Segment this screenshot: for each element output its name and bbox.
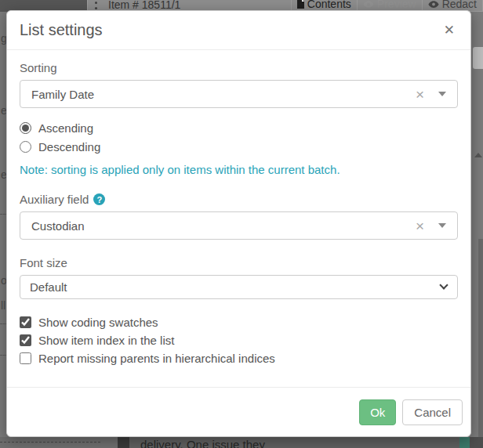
dialog-body: Sorting Family Date × Ascending Descendi… (7, 50, 470, 366)
ok-button[interactable]: Ok (359, 399, 396, 425)
dialog-header: List settings ✕ (7, 11, 470, 50)
document-icon (297, 0, 304, 9)
divider (0, 442, 100, 443)
show-coding-swatches-option[interactable]: Show coding swatches (20, 314, 458, 330)
background-swatch (118, 437, 129, 448)
caret-down-icon[interactable] (438, 92, 446, 96)
item-number-label: Item # 18511/1 (108, 0, 180, 11)
sort-direction-group: Ascending Descending (20, 120, 458, 154)
show-item-index-option[interactable]: Show item index in the list (20, 332, 458, 348)
descending-radio[interactable] (20, 141, 31, 153)
background-bottom-strip: delivery. One issue they (0, 437, 483, 448)
cancel-button[interactable]: Cancel (402, 399, 463, 425)
tab-label: Redact (442, 0, 477, 10)
clipped-text-fragment: g (1, 32, 6, 45)
eye-icon (428, 0, 439, 9)
clipped-document-text: delivery. One issue they (140, 438, 265, 448)
auxiliary-dropdown-value: Custodian (31, 219, 416, 233)
show-coding-swatches-checkbox[interactable] (20, 316, 31, 328)
ascending-label[interactable]: Ascending (38, 121, 93, 135)
clipped-text-fragment: e (1, 168, 6, 181)
show-item-index-label[interactable]: Show item index in the list (38, 334, 174, 347)
divider (0, 214, 6, 215)
sorting-note: Note: sorting is applied only on items w… (20, 163, 458, 176)
divider (0, 355, 6, 356)
background-document-area: delivery. One issue they (129, 437, 459, 448)
background-panel-edge (473, 47, 483, 69)
close-icon[interactable]: ✕ (444, 23, 455, 37)
background-highlight-bar (459, 437, 470, 448)
show-coding-swatches-label[interactable]: Show coding swatches (38, 316, 158, 329)
caret-down-icon[interactable] (438, 223, 446, 228)
list-settings-dialog: List settings ✕ Sorting Family Date × As… (6, 10, 471, 437)
show-item-index-checkbox[interactable] (20, 334, 31, 346)
report-missing-parents-label[interactable]: Report missing parents in hierarchical i… (38, 352, 275, 365)
clipped-text-fragment: ll (1, 299, 5, 312)
drag-handle-icon (95, 2, 97, 4)
eye-icon (363, 0, 374, 9)
display-options-group: Show coding swatches Show item index in … (20, 314, 458, 366)
ascending-radio[interactable] (20, 122, 31, 134)
sorting-dropdown[interactable]: Family Date × (20, 80, 458, 108)
divider (0, 323, 6, 324)
clear-icon[interactable]: × (416, 87, 424, 102)
dialog-title: List settings (20, 21, 103, 39)
font-size-select-wrap: Default (20, 275, 458, 299)
clipped-text-fragment: eg (1, 104, 6, 117)
tab-label: Preview (377, 0, 416, 10)
report-missing-parents-checkbox[interactable] (20, 352, 31, 364)
auxiliary-field-row: Auxiliary field ? (20, 193, 458, 206)
dialog-footer: Ok Cancel (7, 387, 470, 436)
tab-label: Contents (307, 0, 351, 10)
sorting-dropdown-value: Family Date (31, 88, 416, 101)
descending-option[interactable]: Descending (20, 139, 458, 154)
font-size-select[interactable]: Default (20, 275, 458, 299)
auxiliary-field-dropdown[interactable]: Custodian × (20, 211, 458, 240)
help-icon[interactable]: ? (93, 193, 105, 205)
background-scrollbar (478, 239, 483, 437)
ascending-option[interactable]: Ascending (20, 120, 458, 135)
background-edge-block (470, 437, 483, 448)
font-size-label: Font size (20, 256, 458, 269)
report-missing-parents-option[interactable]: Report missing parents in hierarchical i… (20, 350, 458, 366)
auxiliary-field-label: Auxiliary field (20, 193, 89, 206)
sorting-label: Sorting (20, 61, 458, 74)
background-list-edge: g eg e o ll (0, 12, 6, 437)
descending-label[interactable]: Descending (38, 140, 100, 154)
scroll-up-icon (474, 153, 482, 157)
clear-icon[interactable]: × (416, 219, 424, 233)
clipped-text-fragment: o (1, 274, 6, 287)
background-right-edge (471, 12, 483, 437)
